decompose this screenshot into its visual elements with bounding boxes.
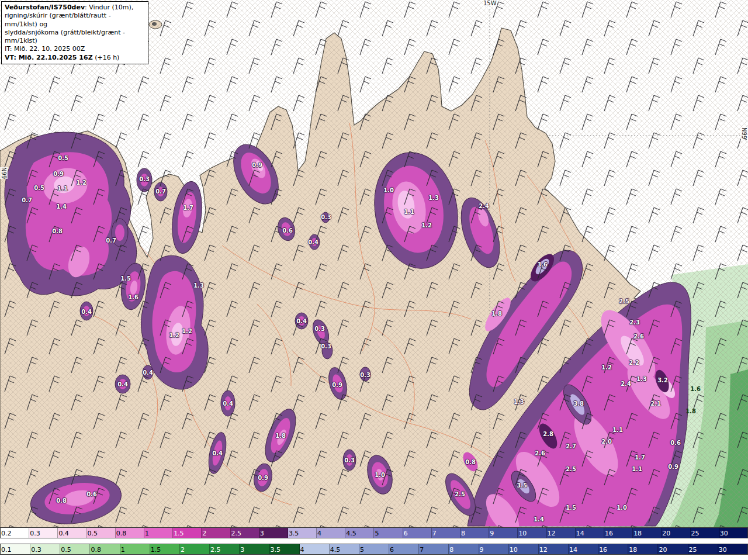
legend-segment: 9: [479, 544, 509, 554]
legend-segment: 4: [300, 544, 330, 554]
legend-segment: 20: [662, 528, 690, 538]
legend-segment: 12: [539, 544, 569, 554]
legend-segment: 6: [403, 528, 432, 538]
legend-segment: 3: [259, 528, 288, 538]
wind-barbs-overlay: [0, 0, 748, 527]
legend-segment: 2.5: [231, 528, 259, 538]
legend-segment: 18: [628, 544, 658, 554]
legend-segment: 3.5: [288, 528, 317, 538]
legend-segment: 0.8: [116, 528, 144, 538]
legend-segment: 5: [359, 544, 389, 554]
legend-segment: 5: [374, 528, 403, 538]
legend-segment: 0.8: [90, 544, 120, 554]
map-canvas: [0, 0, 748, 560]
legend-segment: 16: [598, 544, 628, 554]
legend-segment: 4.5: [330, 544, 359, 554]
forecast-info-box: Veðurstofan/IS750dev: Vindur (10m), rign…: [1, 1, 148, 64]
legend: 0.20.30.40.50.811.522.533.544.5567891012…: [0, 527, 748, 560]
latitude-label-left: N99: [0, 167, 8, 179]
legend-segment: 10: [518, 528, 546, 538]
legend-segment: 9: [489, 528, 518, 538]
legend-rain: 0.20.30.40.50.811.522.533.544.5567891012…: [0, 527, 748, 538]
latitude-label-right: N99: [740, 127, 748, 139]
legend-segment: 12: [547, 528, 576, 538]
info-line-valid: VT: Mið. 22.10.2025 16Z (+16 h): [5, 54, 145, 62]
legend-snow: 0.10.30.50.811.522.533.544.5567891012141…: [0, 544, 748, 555]
legend-segment: 16: [604, 528, 633, 538]
legend-segment: 0.5: [60, 544, 90, 554]
legend-segment: 1.5: [150, 544, 180, 554]
legend-segment: 3.5: [269, 544, 299, 554]
legend-segment: 4.5: [345, 528, 374, 538]
legend-segment: 6: [389, 544, 419, 554]
legend-segment: 2.5: [210, 544, 240, 554]
legend-segment: 2: [202, 528, 230, 538]
weather-map: 0.50.90.51.11.20.71.40.80.71.51.60.40.30…: [0, 0, 748, 560]
legend-segment: 1: [120, 544, 150, 554]
legend-segment: 2: [180, 544, 210, 554]
info-line-rain: rigning/skúrir (grænt/blátt/rautt - mm/1…: [5, 12, 145, 29]
legend-segment: 7: [432, 528, 460, 538]
legend-segment: 30: [719, 528, 747, 538]
legend-segment: 1.5: [173, 528, 202, 538]
info-line-snow: slydda/snjókoma (grátt/bleikt/grænt - mm…: [5, 29, 145, 46]
legend-segment: 30: [718, 544, 747, 554]
legend-segment: 0.4: [58, 528, 86, 538]
legend-segment: 20: [658, 544, 688, 554]
legend-segment: 18: [633, 528, 662, 538]
model-name: Veðurstofan/IS750dev: [5, 4, 85, 11]
legend-segment: 0.1: [1, 544, 30, 554]
info-line-init: IT: Mið. 22. 10. 2025 00Z: [5, 45, 145, 53]
legend-segment: 3: [240, 544, 269, 554]
legend-segment: 7: [419, 544, 449, 554]
legend-segment: 0.2: [1, 528, 29, 538]
legend-segment: 25: [688, 544, 718, 554]
legend-segment: 0.3: [29, 528, 58, 538]
legend-segment: 4: [317, 528, 345, 538]
legend-segment: 0.3: [30, 544, 60, 554]
legend-segment: 8: [460, 528, 489, 538]
legend-segment: 25: [691, 528, 719, 538]
legend-segment: 0.5: [87, 528, 116, 538]
legend-segment: 14: [569, 544, 598, 554]
legend-segment: 8: [449, 544, 479, 554]
meridian-label: 15W: [483, 0, 497, 6]
legend-segment: 14: [576, 528, 604, 538]
legend-segment: 10: [509, 544, 539, 554]
info-line-title: Veðurstofan/IS750dev: Vindur (10m),: [5, 4, 145, 12]
legend-segment: 1: [144, 528, 173, 538]
